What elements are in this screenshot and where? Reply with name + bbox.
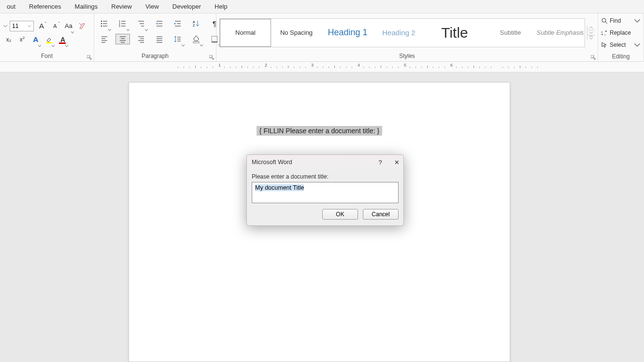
text-effects-icon[interactable]: A: [30, 34, 42, 45]
multilevel-list-icon[interactable]: [134, 18, 148, 29]
numbering-icon[interactable]: 123: [115, 18, 130, 29]
svg-text:3: 3: [119, 25, 120, 28]
svg-text:A: A: [193, 20, 195, 24]
dialog-prompt-label: Please enter a document title:: [252, 173, 399, 180]
style-heading2[interactable]: Heading 2: [373, 19, 425, 47]
font-group: 11 Aˆ Aˇ Aa x2 x2 A A Font: [0, 14, 94, 61]
align-right-icon[interactable]: [134, 34, 148, 44]
menu-help[interactable]: Help: [208, 3, 234, 10]
font-combobox-edge[interactable]: [3, 21, 8, 31]
font-size-combobox[interactable]: 11: [10, 21, 34, 31]
style-title[interactable]: Title: [425, 19, 485, 47]
align-center-icon[interactable]: [115, 34, 130, 44]
horizontal-ruler[interactable]: 123456: [0, 62, 644, 72]
bullets-icon[interactable]: [97, 18, 112, 29]
justify-icon[interactable]: [152, 34, 167, 44]
gallery-scroll-down-icon[interactable]: [587, 30, 595, 35]
svg-rect-44: [193, 42, 199, 43]
dialog-help-icon[interactable]: ?: [376, 158, 384, 166]
ok-button[interactable]: OK: [322, 209, 358, 220]
font-dialog-launcher-icon[interactable]: [87, 55, 92, 59]
svg-text:a: a: [601, 30, 603, 33]
menu-developer[interactable]: Developer: [166, 3, 208, 10]
style-heading1[interactable]: Heading 1: [322, 19, 373, 47]
ribbon: 11 Aˆ Aˇ Aa x2 x2 A A Font: [0, 14, 644, 62]
editing-group: Find ac Replace Select Editing: [598, 14, 644, 61]
find-button[interactable]: Find: [601, 15, 641, 26]
change-case-icon[interactable]: Aa: [63, 21, 74, 31]
shrink-font-icon[interactable]: Aˇ: [49, 21, 61, 31]
gallery-scroll: [587, 26, 595, 40]
font-size-value: 11: [12, 23, 18, 29]
paragraph-dialog-launcher-icon[interactable]: [209, 55, 214, 59]
menu-bar: out References Mailings Review View Deve…: [0, 0, 644, 14]
highlight-color-icon[interactable]: [43, 34, 55, 45]
line-spacing-icon[interactable]: [171, 34, 185, 44]
svg-point-2: [101, 20, 102, 21]
gallery-scroll-up-icon[interactable]: [587, 26, 595, 30]
styles-gallery[interactable]: Normal No Spacing Heading 1 Heading 2 Ti…: [219, 18, 585, 47]
dialog-title-text: Microsoft Word: [252, 159, 292, 166]
style-normal[interactable]: Normal: [220, 19, 271, 47]
style-no-spacing[interactable]: No Spacing: [271, 19, 322, 47]
editing-group-label: Editing: [598, 52, 644, 62]
sort-icon[interactable]: AZ: [189, 18, 203, 29]
svg-line-51: [605, 22, 607, 24]
replace-icon: ac: [601, 29, 608, 36]
subscript-icon[interactable]: x2: [3, 34, 14, 45]
grow-font-icon[interactable]: Aˆ: [36, 21, 47, 31]
replace-button[interactable]: ac Replace: [601, 28, 641, 38]
paragraph-group-label: Paragraph: [94, 52, 216, 61]
dialog-close-icon[interactable]: ✕: [393, 158, 401, 166]
increase-indent-icon[interactable]: [171, 18, 185, 29]
find-icon: [601, 17, 608, 24]
fillin-field-code: { FILLIN Please enter a document title: …: [257, 126, 382, 136]
svg-point-4: [101, 23, 102, 24]
cancel-button[interactable]: Cancel: [363, 209, 399, 220]
dialog-text-input[interactable]: My document Title: [252, 182, 399, 203]
styles-group: Normal No Spacing Heading 1 Heading 2 Ti…: [216, 14, 598, 61]
decrease-indent-icon[interactable]: [152, 18, 167, 29]
font-group-label: Font: [0, 52, 94, 61]
select-icon: [601, 42, 608, 48]
fillin-dialog: Microsoft Word ? ✕ Please enter a docume…: [246, 154, 404, 226]
style-subtle-emphasis[interactable]: Subtle Emphasis: [536, 19, 585, 47]
shading-icon[interactable]: [189, 34, 203, 44]
menu-review[interactable]: Review: [104, 3, 139, 10]
styles-group-label: Styles: [216, 52, 598, 61]
svg-point-6: [101, 25, 102, 26]
menu-mailings[interactable]: Mailings: [68, 3, 105, 10]
clear-formatting-icon[interactable]: [76, 21, 88, 31]
superscript-icon[interactable]: x2: [16, 34, 28, 45]
style-subtitle[interactable]: Subtitle: [485, 19, 536, 47]
paragraph-group: 123 AZ ¶ Paragraph: [94, 14, 216, 61]
align-left-icon[interactable]: [97, 34, 112, 44]
svg-text:c: c: [604, 33, 606, 36]
menu-view[interactable]: View: [139, 3, 166, 10]
svg-point-50: [602, 18, 606, 22]
svg-text:Z: Z: [193, 24, 195, 27]
dialog-input-value: My document Title: [255, 184, 304, 191]
select-button[interactable]: Select: [601, 40, 641, 50]
dialog-titlebar[interactable]: Microsoft Word ? ✕: [247, 155, 403, 169]
gallery-expand-icon[interactable]: [587, 35, 595, 40]
styles-dialog-launcher-icon[interactable]: [591, 55, 596, 59]
menu-layout-partial[interactable]: out: [0, 3, 22, 10]
font-color-icon[interactable]: A: [57, 34, 69, 45]
menu-references[interactable]: References: [22, 3, 68, 10]
